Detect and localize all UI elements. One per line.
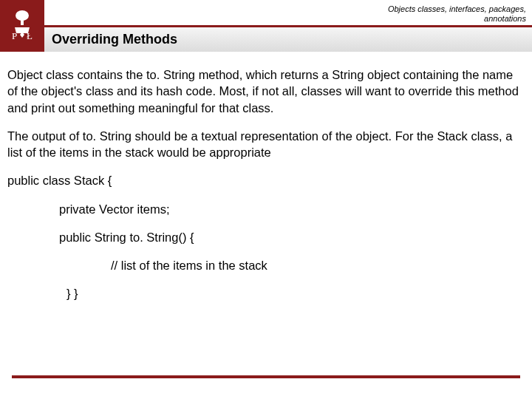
code-line-5: } } [7,285,525,301]
logo-letter-right: Ł [27,30,33,41]
slide-header: P Ł Objects classes, interfaces, package… [0,0,532,52]
slide-body: Object class contains the to. String met… [0,52,532,321]
code-line-3: public String to. String() { [7,229,525,245]
footer-rule [12,375,520,378]
svg-point-0 [16,10,29,21]
breadcrumb-line1: Objects classes, interfaces, packages, [388,4,526,14]
paragraph-1: Object class contains the to. String met… [7,66,525,116]
page-title: Overriding Methods [52,32,177,47]
code-line-2: private Vector items; [7,201,525,217]
logo-letter-left: P [12,30,17,41]
breadcrumb-line2: annotations [388,14,526,24]
title-bar: Overriding Methods [44,27,532,52]
code-line-4: // list of the items in the stack [7,257,525,273]
code-line-1: public class Stack { [7,172,525,188]
svg-rect-1 [21,19,24,25]
paragraph-2: The output of to. String should be a tex… [7,128,525,161]
university-logo: P Ł [0,0,44,52]
crest-icon: P Ł [6,7,38,45]
breadcrumb: Objects classes, interfaces, packages, a… [388,4,526,24]
